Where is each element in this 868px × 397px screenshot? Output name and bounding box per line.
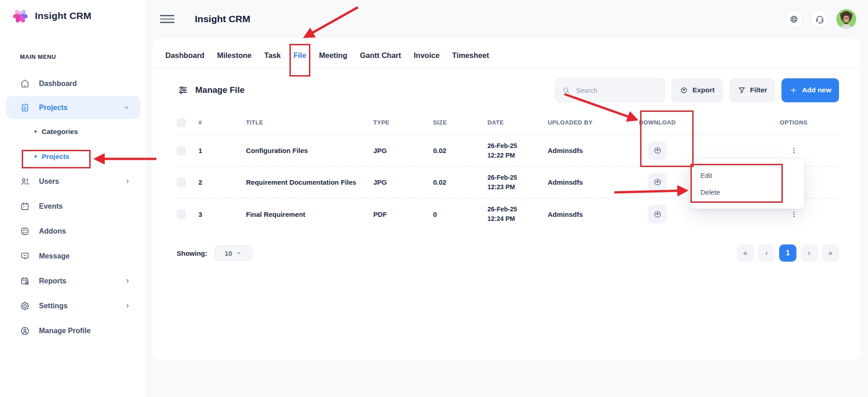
pagination-page-1-button[interactable]: 1 <box>779 244 796 262</box>
app-logo-icon <box>12 7 29 24</box>
sidebar-item-label: Message <box>39 252 70 260</box>
sidebar-item-label: Settings <box>39 302 68 310</box>
chevron-down-icon <box>236 250 242 256</box>
file-type: JPG <box>373 178 433 186</box>
app-name: Insight CRM <box>35 10 92 21</box>
profile-icon <box>20 326 30 336</box>
sidebar-item-label: Manage Profile <box>39 327 91 335</box>
checklist-icon <box>20 226 30 236</box>
table-footer: Showing: 10 « ‹ 1 › » <box>177 244 839 262</box>
select-all-checkbox[interactable] <box>177 118 186 127</box>
row-actions-menu: Edit Delete <box>690 159 804 209</box>
tab-invoice[interactable]: Invoice <box>414 51 439 68</box>
tab-file[interactable]: File <box>294 51 306 68</box>
file-size: 0.02 <box>433 147 487 154</box>
search-icon <box>562 86 570 95</box>
sidebar-subitem-label: Projects <box>42 153 69 161</box>
per-page-select[interactable]: 10 <box>215 245 252 261</box>
sidebar-item-manage-profile[interactable]: Manage Profile <box>0 318 147 343</box>
search-box[interactable] <box>555 78 665 102</box>
export-download-icon <box>680 86 688 95</box>
tab-bar: DashboardMilestoneTaskFileMeetingGantt C… <box>153 38 860 69</box>
sidebar-item-settings[interactable]: Settings <box>0 293 147 318</box>
section-title: Manage File <box>195 85 245 95</box>
headset-icon <box>815 14 825 24</box>
sidebar-item-label: Dashboard <box>39 80 77 88</box>
chevron-right-icon <box>124 277 131 285</box>
sidebar-item-label: Users <box>39 177 59 186</box>
row-checkbox[interactable] <box>177 178 186 187</box>
pagination-last-button[interactable]: » <box>822 244 839 262</box>
sidebar-item-label: Addons <box>39 227 66 235</box>
row-number: 2 <box>198 178 246 186</box>
sidebar-subitem-categories[interactable]: Categories <box>0 119 147 144</box>
search-input[interactable] <box>575 86 652 95</box>
sidebar-item-addons[interactable]: Addons <box>0 219 147 244</box>
tab-gantt-chart[interactable]: Gantt Chart <box>360 51 401 68</box>
column-header-options: OPTIONS <box>748 119 839 126</box>
showing-label: Showing: <box>177 249 207 257</box>
file-date: 26-Feb-2512:24 PM <box>487 205 548 224</box>
export-label: Export <box>692 86 714 94</box>
sidebar-nav: DashboardProjectsCategoriesProjectsUsers… <box>0 71 147 343</box>
chevron-down-icon <box>123 104 130 111</box>
sidebar-item-label: Projects <box>39 104 68 112</box>
file-date: 26-Feb-2512:22 PM <box>487 141 548 160</box>
language-globe-button[interactable] <box>785 10 803 28</box>
download-button[interactable] <box>648 141 667 160</box>
menu-item-edit[interactable]: Edit <box>700 172 804 179</box>
sidebar-item-reports[interactable]: Reports <box>0 268 147 293</box>
add-new-label: Add new <box>802 86 831 94</box>
pagination-first-button[interactable]: « <box>737 244 754 262</box>
row-options-button[interactable] <box>788 144 800 157</box>
download-icon <box>653 210 662 219</box>
app-root: { "app": { "name": "Insight CRM" }, "sid… <box>0 0 868 397</box>
column-header-size: SIZE <box>433 119 487 126</box>
column-header-title: TITLE <box>246 119 373 126</box>
row-options-button[interactable] <box>788 208 800 220</box>
file-title: Final Requirement <box>246 210 373 218</box>
manage-bar: Manage File Export Filter <box>153 78 860 102</box>
pagination-prev-button[interactable]: ‹ <box>758 244 775 262</box>
sidebar-item-dashboard[interactable]: Dashboard <box>0 71 147 96</box>
sidebar-section-label: MAIN MENU <box>20 53 147 60</box>
support-headset-button[interactable] <box>810 10 829 28</box>
sidebar-item-events[interactable]: Events <box>0 194 147 219</box>
menu-item-delete[interactable]: Delete <box>700 188 804 196</box>
file-title: Configuration Files <box>246 147 373 154</box>
reports-icon <box>20 276 30 286</box>
tab-timesheet[interactable]: Timesheet <box>452 51 489 68</box>
filter-button[interactable]: Filter <box>729 78 776 102</box>
row-number: 1 <box>198 147 246 154</box>
tab-task[interactable]: Task <box>264 51 280 68</box>
sidebar-item-users[interactable]: Users <box>0 169 147 194</box>
download-button[interactable] <box>648 173 667 192</box>
file-type: JPG <box>373 147 433 154</box>
page-title: Insight CRM <box>195 14 250 24</box>
hamburger-menu-button[interactable] <box>160 15 174 23</box>
file-size: 0.02 <box>433 178 487 186</box>
file-size: 0 <box>433 210 487 218</box>
pagination: « ‹ 1 › » <box>737 244 839 262</box>
pagination-next-button[interactable]: › <box>800 244 818 262</box>
row-checkbox[interactable] <box>177 146 186 155</box>
export-button[interactable]: Export <box>671 78 723 102</box>
bullet-icon <box>34 155 37 158</box>
sidebar-item-label: Events <box>39 202 63 210</box>
avatar[interactable] <box>836 9 856 29</box>
add-new-button[interactable]: Add new <box>781 78 839 102</box>
sidebar-item-message[interactable]: Message <box>0 244 147 268</box>
column-header-type: TYPE <box>373 119 433 126</box>
file-date: 26-Feb-2512:23 PM <box>487 173 548 192</box>
topbar: Insight CRM <box>147 0 868 38</box>
tab-dashboard[interactable]: Dashboard <box>165 51 204 68</box>
tab-milestone[interactable]: Milestone <box>217 51 251 68</box>
sidebar-item-projects[interactable]: Projects <box>6 96 140 119</box>
download-button[interactable] <box>648 205 667 224</box>
sidebar: Insight CRM MAIN MENU DashboardProjectsC… <box>0 0 147 397</box>
sidebar-subitem-projects[interactable]: Projects <box>0 144 147 169</box>
sidebar-item-label: Reports <box>39 277 66 285</box>
tab-meeting[interactable]: Meeting <box>319 51 347 68</box>
column-header--: # <box>198 119 246 126</box>
row-checkbox[interactable] <box>177 210 186 219</box>
